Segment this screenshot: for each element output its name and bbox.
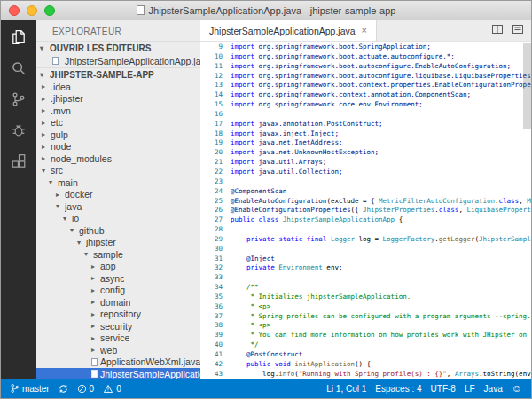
tree-item-web[interactable]: ▸web <box>36 344 200 356</box>
source-control-icon[interactable] <box>8 89 29 110</box>
tree-item-node-modules[interactable]: ▸node_modules <box>36 153 200 165</box>
tree-item-label: ApplicationWebXml.java <box>100 356 200 367</box>
git-branch-indicator[interactable]: master <box>10 383 50 394</box>
line-number: 40 <box>200 340 223 350</box>
token-pkg: java.net.UnknownHostException; <box>254 148 379 156</box>
error-indicator[interactable]: 0 <box>77 384 95 394</box>
tree-item-node[interactable]: ▸node <box>36 141 200 153</box>
tree-item-sample[interactable]: ▾sample <box>36 248 200 261</box>
token-type: LoggerFactory <box>383 235 435 243</box>
token-com: * <p> <box>231 302 270 310</box>
tree-item-io[interactable]: ▾io <box>36 213 200 225</box>
search-icon[interactable] <box>8 58 29 79</box>
line-number: 28 <box>200 225 223 235</box>
tree-item-label: main <box>58 177 78 188</box>
chevron-down-icon: ▾ <box>77 239 86 246</box>
token-type: JhipsterSampleApplicationApp <box>283 215 395 223</box>
language-indicator[interactable]: Java <box>484 384 503 394</box>
chevron-down-icon: ▾ <box>56 202 65 210</box>
line-number: 20 <box>200 148 223 158</box>
tree-item-gulp[interactable]: ▸gulp <box>36 129 200 141</box>
chevron-right-icon: ▸ <box>42 82 51 90</box>
code-editor[interactable]: 9import org.springframework.boot.SpringA… <box>200 42 531 379</box>
tree-item-async[interactable]: ▸async <box>36 272 200 285</box>
sync-button[interactable] <box>59 384 68 394</box>
git-branch-icon <box>10 383 20 394</box>
open-editors-header[interactable]: ▾ OUVRIR LES ÉDITEURS <box>36 41 200 54</box>
tree-item-repository[interactable]: ▸repository <box>36 309 200 321</box>
warning-count: 0 <box>116 384 121 394</box>
warning-indicator[interactable]: 0 <box>103 384 121 394</box>
token-fn: initApplication <box>294 360 355 368</box>
tree-item-aop[interactable]: ▸aop <box>36 261 200 273</box>
token-pl: log. <box>231 370 278 378</box>
tree-item-applicationwebxml-java[interactable]: ApplicationWebXml.java <box>36 356 200 369</box>
eol-indicator[interactable]: LF <box>465 384 475 394</box>
token-kw: import <box>231 100 254 108</box>
tree-item-java[interactable]: ▾java <box>36 200 200 213</box>
code-line-42: 42 public void initApplication() { <box>200 360 531 370</box>
tab-jhipster-sample-application-app[interactable]: JhipsterSampleApplicationApp.java × <box>200 20 377 41</box>
tree-item--jhipster[interactable]: ▸.jhipster <box>36 93 200 106</box>
tree-item-src[interactable]: ▾src <box>36 165 200 177</box>
code-line-30: 30 <box>200 245 531 254</box>
zoom-window-button[interactable] <box>44 5 55 16</box>
code-line-25: 25@EnableAutoConfiguration(exclude = { M… <box>200 197 531 207</box>
tree-item-main[interactable]: ▾main <box>36 176 200 189</box>
token-kw: class <box>439 206 459 214</box>
tree-item-jhipstersampleapplicationapp-java[interactable]: JhipsterSampleApplicationApp.java <box>36 368 200 379</box>
tree-item-jhipster[interactable]: ▾jhipster <box>36 237 200 249</box>
token-type: Arrays <box>455 370 479 378</box>
token-kw: import <box>231 120 254 128</box>
titlebar: JhipsterSampleApplicationApp.java - jhip… <box>1 1 531 20</box>
tree-item-etc[interactable]: ▸etc <box>36 117 200 129</box>
token-type: Logger <box>331 235 355 243</box>
document-icon <box>137 5 145 15</box>
feedback-smiley-icon[interactable]: ☺ <box>512 382 522 395</box>
project-header[interactable]: ▾ JHIPSTER-SAMPLE-APP <box>36 67 200 81</box>
close-window-button[interactable] <box>9 5 20 16</box>
error-icon <box>77 384 87 394</box>
line-number: 31 <box>200 254 223 264</box>
chevron-right-icon: ▸ <box>91 286 100 294</box>
line-number: 33 <box>200 273 223 283</box>
open-editor-item[interactable]: JhipsterSampleApplicationApp.java src/m.… <box>36 54 200 67</box>
line-number: 41 <box>200 350 223 360</box>
extensions-icon[interactable] <box>8 151 29 172</box>
tab-label: JhipsterSampleApplicationApp.java <box>209 26 356 36</box>
tree-item--idea[interactable]: ▸.idea <box>36 81 200 93</box>
token-ann: @Inject <box>246 254 275 262</box>
token-pkg: java.util.Arrays; <box>254 158 326 166</box>
line-number: 14 <box>200 90 223 100</box>
line-number: 10 <box>200 52 223 62</box>
tree-item-docker[interactable]: ▸docker <box>36 189 200 201</box>
token-pkg: java.util.Collection; <box>254 168 342 176</box>
editor-scrollbar[interactable] <box>523 43 531 129</box>
token-pkg: org.springframework.boot.SpringApplicati… <box>254 43 431 51</box>
tree-item-service[interactable]: ▸service <box>36 332 200 345</box>
token-str: "Running with Spring profile(s) : {}" <box>299 370 447 378</box>
cursor-position[interactable]: Li 1, Col 1 <box>326 384 366 394</box>
indentation-indicator[interactable]: Espaces : 4 <box>375 384 421 394</box>
token-pl: , <box>447 370 455 378</box>
minimize-window-button[interactable] <box>27 5 37 16</box>
code-line-24: 24@ComponentScan <box>200 187 531 197</box>
code-line-10: 10import org.springframework.boot.actuat… <box>200 52 531 62</box>
tree-item-domain[interactable]: ▸domain <box>36 296 200 309</box>
token-pl: log = <box>355 235 383 243</box>
token-kw: import <box>231 148 254 156</box>
split-editor-icon[interactable] <box>491 23 504 39</box>
tree-item-security[interactable]: ▸security <box>36 320 200 332</box>
code-line-18: 18import javax.inject.Inject; <box>200 129 531 139</box>
tree-item-label: .idea <box>51 82 71 92</box>
token-pkg: org.springframework.context.annotation.C… <box>254 90 471 98</box>
chevron-down-icon: ▾ <box>49 178 58 186</box>
explorer-icon[interactable] <box>8 27 29 48</box>
encoding-indicator[interactable]: UTF-8 <box>431 384 456 394</box>
close-tab-icon[interactable]: × <box>362 26 367 35</box>
debug-icon[interactable] <box>8 120 29 141</box>
editor-layout-icon[interactable] <box>512 23 524 39</box>
tree-item-github[interactable]: ▾github <box>36 224 200 237</box>
tree-item--mvn[interactable]: ▸.mvn <box>36 105 200 117</box>
tree-item-config[interactable]: ▸config <box>36 285 200 297</box>
